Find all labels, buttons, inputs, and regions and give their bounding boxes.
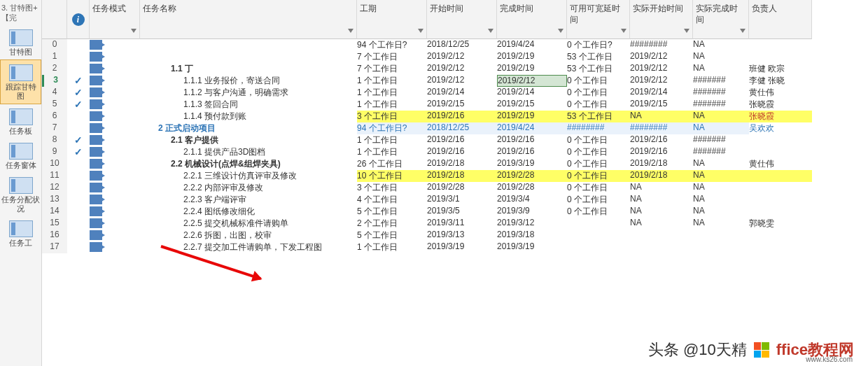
owner-cell[interactable] (749, 241, 812, 253)
slack-cell[interactable]: 0 个工作日 (567, 206, 630, 218)
slack-cell[interactable]: 0 个工作日 (567, 87, 630, 99)
start-cell[interactable]: 2019/2/18 (427, 170, 497, 182)
indicator-cell[interactable] (67, 230, 90, 241)
row-number[interactable]: 5 (42, 99, 67, 111)
duration-cell[interactable]: 1 个工作日 (357, 87, 427, 99)
slack-cell[interactable]: 0 个工作日 (567, 158, 630, 170)
task-mode-cell[interactable] (90, 194, 140, 206)
slack-cell[interactable]: 0 个工作日 (567, 182, 630, 194)
row-number[interactable]: 17 (42, 241, 67, 253)
start-cell[interactable]: 2018/12/25 (427, 122, 497, 134)
actual-finish-cell[interactable]: NA (693, 111, 749, 122)
owner-cell[interactable] (749, 51, 812, 63)
finish-cell[interactable]: 2019/2/19 (497, 111, 567, 122)
row-number[interactable]: 7 (42, 122, 67, 134)
start-cell[interactable]: 2019/2/18 (427, 158, 497, 170)
duration-cell[interactable]: 3 个工作日 (357, 182, 427, 194)
owner-cell[interactable] (749, 182, 812, 194)
owner-cell[interactable] (749, 230, 812, 241)
finish-cell[interactable]: 2019/2/16 (497, 134, 567, 146)
duration-cell[interactable]: 1 个工作日 (357, 146, 427, 158)
start-cell[interactable]: 2019/3/1 (427, 194, 497, 206)
task-mode-cell[interactable] (90, 241, 140, 253)
row-number[interactable]: 15 (42, 218, 67, 230)
nav-task-form[interactable]: 任务窗体 (0, 139, 41, 173)
task-name-cell[interactable]: 1.1.3 签回合同 (140, 99, 357, 111)
start-cell[interactable]: 2019/3/13 (427, 230, 497, 241)
indicator-cell[interactable] (67, 170, 90, 182)
slack-cell[interactable] (567, 218, 630, 230)
actual-finish-cell[interactable]: NA (693, 51, 749, 63)
row-number[interactable]: 12 (42, 182, 67, 194)
indicator-cell[interactable] (67, 218, 90, 230)
finish-cell[interactable]: 2019/2/16 (497, 146, 567, 158)
row-number[interactable]: 1 (42, 51, 67, 63)
nav-gantt[interactable]: 甘特图 (0, 25, 41, 59)
owner-cell[interactable]: 吴欢欢 (749, 122, 812, 134)
task-name-cell[interactable]: 2.2.5 提交机械标准件请购单 (140, 218, 357, 230)
task-name-cell[interactable]: 2.2.3 客户端评审 (140, 194, 357, 206)
row-number[interactable]: 8 (42, 134, 67, 146)
task-name-cell[interactable]: 2.2.4 图纸修改细化 (140, 206, 357, 218)
indicator-cell[interactable]: ✓ (67, 134, 90, 146)
finish-cell[interactable]: 2019/3/18 (497, 230, 567, 241)
start-cell[interactable]: 2019/2/14 (427, 87, 497, 99)
duration-cell[interactable]: 1 个工作日 (357, 134, 427, 146)
task-mode-cell[interactable] (90, 111, 140, 122)
actual-start-cell[interactable]: 2019/2/18 (630, 170, 693, 182)
finish-cell[interactable]: 2019/3/19 (497, 158, 567, 170)
actual-start-cell[interactable] (630, 241, 693, 253)
duration-cell[interactable]: 5 个工作日 (357, 206, 427, 218)
row-number[interactable]: 13 (42, 194, 67, 206)
start-cell[interactable]: 2019/3/5 (427, 206, 497, 218)
start-cell[interactable]: 2019/2/16 (427, 111, 497, 122)
finish-cell[interactable]: 2019/3/19 (497, 241, 567, 253)
finish-cell[interactable]: 2019/2/12 (497, 75, 567, 87)
task-mode-cell[interactable] (90, 122, 140, 134)
start-cell[interactable]: 2019/2/16 (427, 146, 497, 158)
row-number[interactable]: 16 (42, 230, 67, 241)
start-cell[interactable]: 2019/3/19 (427, 241, 497, 253)
slack-cell[interactable]: 0 个工作日 (567, 170, 630, 182)
duration-cell[interactable]: 1 个工作日 (357, 75, 427, 87)
actual-start-cell[interactable] (630, 230, 693, 241)
actual-start-cell[interactable]: 2019/2/14 (630, 87, 693, 99)
start-cell[interactable]: 2019/2/12 (427, 63, 497, 75)
task-name-cell[interactable]: 1.1.4 预付款到账 (140, 111, 357, 122)
finish-cell[interactable]: 2019/4/24 (497, 39, 567, 51)
row-number[interactable]: 4 (42, 87, 67, 99)
task-name-cell[interactable]: 1.1 丁 (140, 63, 357, 75)
duration-cell[interactable]: 7 个工作日 (357, 51, 427, 63)
indicator-cell[interactable] (67, 111, 90, 122)
row-number[interactable]: 6 (42, 111, 67, 122)
task-mode-cell[interactable] (90, 99, 140, 111)
task-mode-cell[interactable] (90, 134, 140, 146)
actual-finish-cell[interactable] (693, 230, 749, 241)
owner-cell[interactable] (749, 170, 812, 182)
finish-cell[interactable]: 2019/3/4 (497, 194, 567, 206)
duration-cell[interactable]: 3 个工作日 (357, 111, 427, 122)
duration-cell[interactable]: 1 个工作日 (357, 241, 427, 253)
finish-cell[interactable]: 2019/3/12 (497, 218, 567, 230)
actual-finish-cell[interactable]: NA (693, 170, 749, 182)
row-number[interactable]: 14 (42, 206, 67, 218)
indicator-cell[interactable]: ✓ (67, 87, 90, 99)
actual-start-cell[interactable]: 2019/2/15 (630, 99, 693, 111)
task-name-cell[interactable]: 2.2.6 拆图，出图，校审 (140, 230, 357, 241)
task-mode-cell[interactable] (90, 51, 140, 63)
finish-cell[interactable]: 2019/2/14 (497, 87, 567, 99)
owner-cell[interactable]: 张晓霞 (749, 99, 812, 111)
indicator-cell[interactable] (67, 182, 90, 194)
actual-finish-cell[interactable] (693, 241, 749, 253)
indicator-cell[interactable]: ✓ (67, 75, 90, 87)
nav-task-board[interactable]: 任务板 (0, 104, 41, 139)
actual-finish-cell[interactable]: ####### (693, 87, 749, 99)
indicator-cell[interactable] (67, 39, 90, 51)
task-mode-cell[interactable] (90, 39, 140, 51)
hdr-start[interactable]: 开始时间 (427, 0, 497, 39)
task-name-cell[interactable] (140, 51, 357, 63)
row-number[interactable]: 10 (42, 158, 67, 170)
finish-cell[interactable]: 2019/4/24 (497, 122, 567, 134)
slack-cell[interactable]: 0 个工作日 (567, 134, 630, 146)
slack-cell[interactable] (567, 241, 630, 253)
